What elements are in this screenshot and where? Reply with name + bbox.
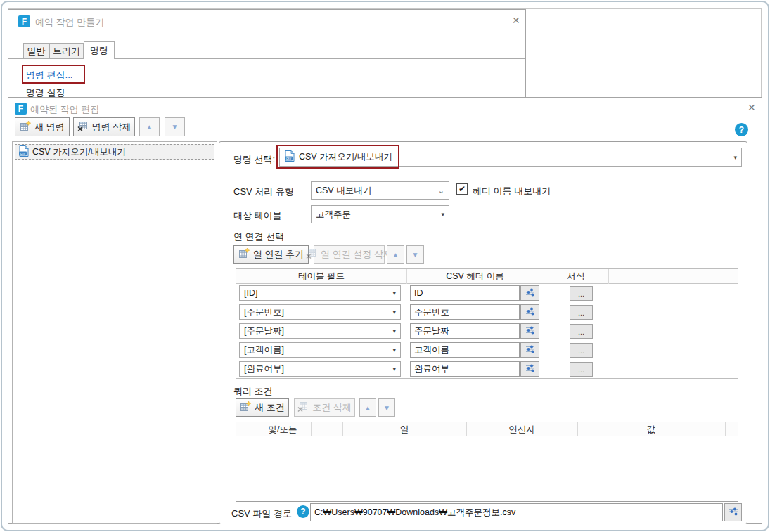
up-arrow-icon: ▲ (146, 123, 153, 131)
delete-condition-label: 조건 삭제 (312, 401, 352, 414)
csv-path-help-icon[interactable]: ? (297, 505, 309, 518)
dialog-create-scheduled-task: F 예약 작업 만들기 ✕ 일반 트리거 명령 명령 편집... 명령 설정 (8, 9, 526, 98)
command-settings-group: 명령 선택: csv CSV 가져오기/내보내기 ▾ CSV 처리 유형 CSV… (219, 141, 747, 524)
new-grid-icon (238, 248, 250, 261)
csv-header-input[interactable] (410, 361, 520, 377)
tab-command[interactable]: 명령 (84, 41, 115, 59)
csv-mode-combobox[interactable]: CSV 내보내기 ⌄ (311, 181, 449, 200)
condition-down-button[interactable]: ▼ (378, 398, 395, 417)
table-field-value: [주문번호] (244, 306, 284, 318)
csv-header-input[interactable] (410, 323, 520, 339)
expression-builder-button[interactable] (520, 361, 539, 377)
query-condition-section-label: 쿼리 조건 (233, 385, 273, 398)
table-field-select[interactable]: [완료여부] ▾ (239, 361, 401, 377)
dropdown-arrow-icon: ▾ (392, 346, 396, 353)
down-arrow-icon: ▼ (383, 404, 390, 412)
target-table-value: 고객주문 (316, 209, 351, 221)
down-arrow-icon: ▼ (412, 251, 419, 259)
condition-up-button[interactable]: ▲ (359, 398, 376, 417)
table-field-value: [완료여부] (244, 363, 284, 375)
csv-path-input[interactable] (310, 503, 723, 521)
expression-builder-button[interactable] (520, 304, 539, 320)
dialog2-close-icon[interactable]: ✕ (747, 103, 756, 112)
column-separator (311, 422, 312, 436)
new-command-button[interactable]: 새 명령 (15, 117, 70, 136)
format-button[interactable]: ... (570, 305, 593, 320)
expression-builder-button[interactable] (520, 285, 539, 301)
move-down-button[interactable]: ▼ (165, 117, 185, 136)
export-header-checkbox[interactable]: ✔ (456, 183, 468, 195)
dropdown-arrow-icon: ▾ (392, 365, 396, 372)
table-field-select[interactable]: [고객이름] ▾ (239, 342, 401, 358)
move-up-button[interactable]: ▲ (139, 117, 160, 136)
check-icon: ✔ (458, 184, 466, 194)
dialog1-title: 예약 작업 만들기 (35, 16, 104, 29)
expression-builder-button[interactable] (520, 323, 539, 339)
csv-file-icon: csv (18, 145, 29, 159)
delete-column-link-label: 열 연결 설정 삭제 (321, 248, 392, 261)
chevron-down-icon: ⌄ (438, 186, 444, 195)
command-tree-panel: csv CSV 가져오기/내보내기 (12, 141, 217, 524)
delete-grid-icon (77, 121, 89, 134)
delete-condition-button: 조건 삭제 (294, 398, 355, 417)
down-arrow-icon: ▼ (172, 123, 179, 131)
tab-trigger[interactable]: 트리거 (49, 43, 84, 58)
add-column-link-label: 열 연결 추가 (253, 248, 304, 261)
column-link-down-button[interactable]: ▼ (406, 245, 424, 264)
up-arrow-icon: ▲ (364, 404, 371, 412)
tree-item-csv-command[interactable]: csv CSV 가져오기/내보내기 (15, 144, 214, 160)
column-link-up-button[interactable]: ▲ (387, 245, 404, 264)
command-select-value: CSV 가져오기/내보내기 (299, 151, 392, 163)
column-header-format: 서식 (544, 269, 608, 284)
column-separator (544, 269, 544, 284)
new-grid-icon (240, 401, 251, 414)
column-separator (406, 269, 407, 284)
csv-path-expression-button[interactable] (724, 503, 742, 521)
format-button[interactable]: ... (570, 343, 593, 358)
csv-header-input[interactable] (410, 304, 520, 320)
new-condition-button[interactable]: 새 조건 (236, 398, 289, 417)
svg-text:csv: csv (286, 157, 292, 160)
command-select-combobox[interactable]: csv CSV 가져오기/내보내기 ▾ (279, 148, 742, 167)
export-header-label: 헤더 이름 내보내기 (473, 185, 551, 197)
app-logo-icon: F (15, 103, 27, 115)
new-condition-label: 새 조건 (255, 401, 285, 414)
dialog-edit-scheduled-task: F 예약된 작업 편집 ✕ ? 새 명령 명령 삭제 ▲ ▼ csv CSV 가… (8, 97, 762, 524)
adjust-sliders-icon (728, 507, 739, 519)
dialog1-close-icon[interactable]: ✕ (512, 15, 520, 25)
query-header-operator: 연산자 (466, 422, 577, 436)
delete-column-link-button: 열 연결 설정 삭제 (314, 245, 385, 264)
query-header-value: 값 (577, 422, 725, 436)
table-field-select[interactable]: [주문날짜] ▾ (239, 323, 401, 339)
dropdown-arrow-icon: ▾ (441, 211, 444, 218)
csv-header-input[interactable] (410, 285, 520, 301)
format-button[interactable]: ... (570, 286, 593, 301)
delete-command-label: 명령 삭제 (92, 121, 131, 134)
table-field-select[interactable]: [주문번호] ▾ (239, 304, 401, 320)
table-field-select[interactable]: [ID] ▾ (239, 285, 401, 301)
adjust-sliders-icon (525, 306, 536, 318)
format-button[interactable]: ... (570, 324, 593, 339)
delete-command-button[interactable]: 명령 삭제 (73, 117, 135, 136)
adjust-sliders-icon (525, 287, 536, 299)
help-icon[interactable]: ? (735, 123, 748, 136)
edit-commands-link[interactable]: 명령 편집... (26, 69, 72, 82)
column-header-csv-header-name: CSV 헤더 이름 (406, 269, 544, 284)
tab-general[interactable]: 일반 (23, 43, 49, 58)
expression-builder-button[interactable] (520, 342, 539, 358)
adjust-sliders-icon (525, 344, 536, 356)
column-separator (466, 422, 467, 436)
query-header-and-or: 및/또는 (255, 422, 311, 436)
target-table-label: 대상 테이블 (233, 209, 282, 222)
add-column-link-button[interactable]: 열 연결 추가 (233, 245, 309, 264)
command-select-label: 명령 선택: (233, 153, 275, 166)
query-header-column: 열 (342, 422, 466, 436)
column-separator (577, 422, 578, 436)
dropdown-arrow-icon: ▾ (392, 327, 396, 335)
csv-mode-label: CSV 처리 유형 (233, 186, 294, 198)
query-condition-table: 및/또는 열 연산자 값 (236, 422, 738, 502)
csv-header-input[interactable] (410, 342, 520, 358)
format-button[interactable]: ... (570, 362, 593, 377)
target-table-combobox[interactable]: 고객주문 ▾ (311, 205, 449, 223)
column-separator (342, 422, 343, 436)
